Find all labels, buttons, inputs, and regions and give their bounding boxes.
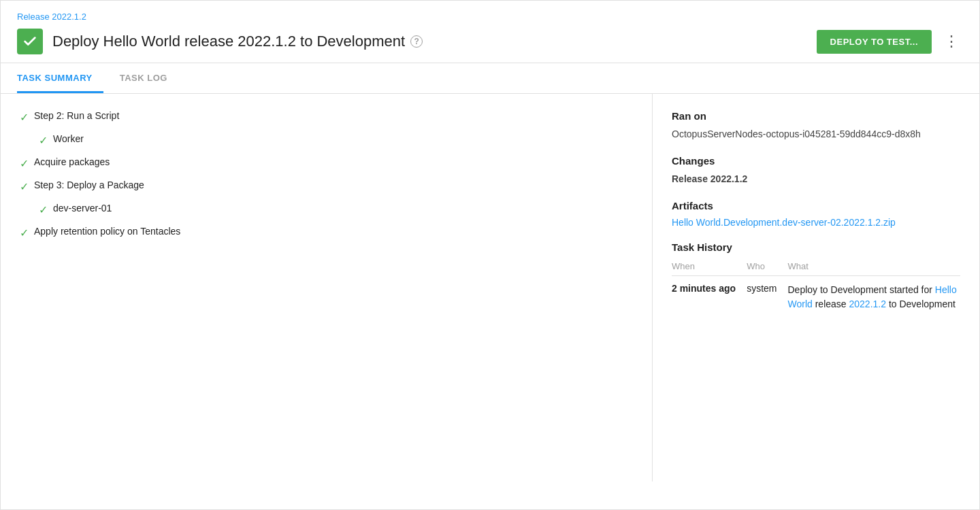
step-list: ✓ Step 2: Run a Script ✓ Worker ✓ Acquir… xyxy=(20,110,633,239)
title-right: DEPLOY TO TEST... ⋮ xyxy=(817,30,963,54)
left-panel: ✓ Step 2: Run a Script ✓ Worker ✓ Acquir… xyxy=(1,94,653,481)
step-label: Worker xyxy=(53,133,84,144)
check-icon: ✓ xyxy=(39,134,48,147)
artifact-link[interactable]: Hello World.Development.dev-server-02.20… xyxy=(672,217,896,228)
list-item: ✓ Apply retention policy on Tentacles xyxy=(20,226,633,239)
history-table-body: 2 minutes ago system Deploy to Developme… xyxy=(672,276,960,312)
step-label: Apply retention policy on Tentacles xyxy=(34,226,180,237)
page-wrapper: Release 2022.1.2 Deploy Hello World rele… xyxy=(0,0,980,510)
history-what: Deploy to Development started for Hello … xyxy=(787,276,960,312)
history-table-head: When Who What xyxy=(672,261,960,276)
deploy-to-test-button[interactable]: DEPLOY TO TEST... xyxy=(817,30,932,54)
tab-task-log[interactable]: TASK LOG xyxy=(120,63,178,93)
list-item: ✓ Worker xyxy=(20,133,633,147)
tabs-bar: TASK SUMMARY TASK LOG xyxy=(1,63,979,94)
changes-label: Changes xyxy=(672,155,960,167)
changes-value: Release 2022.1.2 xyxy=(672,172,960,186)
artifacts-label: Artifacts xyxy=(672,200,960,211)
col-when: When xyxy=(672,261,747,276)
col-who: Who xyxy=(747,261,787,276)
history-when: 2 minutes ago xyxy=(672,276,747,312)
what-suffix: to Development xyxy=(886,299,956,309)
what-link-release[interactable]: 2022.1.2 xyxy=(849,299,887,309)
check-icon: ✓ xyxy=(20,111,29,124)
check-icon: ✓ xyxy=(20,226,29,239)
breadcrumb[interactable]: Release 2022.1.2 xyxy=(17,12,963,22)
step-label: Step 3: Deploy a Package xyxy=(34,180,144,190)
list-item: ✓ Step 3: Deploy a Package xyxy=(20,180,633,193)
more-options-button[interactable]: ⋮ xyxy=(940,30,963,53)
changes-release: Release 2022.1.2 xyxy=(672,173,747,184)
title-left: Deploy Hello World release 2022.1.2 to D… xyxy=(17,29,423,54)
what-middle: release xyxy=(813,299,849,309)
history-table-header-row: When Who What xyxy=(672,261,960,276)
title-row: Deploy Hello World release 2022.1.2 to D… xyxy=(17,29,963,54)
list-item: ✓ dev-server-01 xyxy=(20,203,633,216)
artifacts-section: Artifacts Hello World.Development.dev-se… xyxy=(672,200,960,228)
title-text: Deploy Hello World release 2022.1.2 to D… xyxy=(52,33,405,50)
task-history-section: Task History When Who What 2 minutes ago… xyxy=(672,241,960,311)
list-item: ✓ Step 2: Run a Script xyxy=(20,110,633,124)
check-icon: ✓ xyxy=(20,180,29,193)
page-title: Deploy Hello World release 2022.1.2 to D… xyxy=(52,33,423,50)
page-header: Release 2022.1.2 Deploy Hello World rele… xyxy=(1,1,979,63)
step-label: dev-server-01 xyxy=(53,203,112,214)
check-icon: ✓ xyxy=(20,157,29,170)
history-who: system xyxy=(747,276,787,312)
check-icon xyxy=(22,34,37,49)
help-icon[interactable]: ? xyxy=(410,35,423,48)
status-icon-box xyxy=(17,29,43,54)
col-what: What xyxy=(787,261,960,276)
list-item: ✓ Acquire packages xyxy=(20,156,633,170)
step-label: Step 2: Run a Script xyxy=(34,110,119,121)
history-table: When Who What 2 minutes ago system Deplo… xyxy=(672,261,960,311)
ran-on-value: OctopusServerNodes-octopus-i045281-59dd8… xyxy=(672,127,960,141)
what-prefix: Deploy to Development started for xyxy=(787,284,934,295)
tab-task-summary[interactable]: TASK SUMMARY xyxy=(17,63,103,93)
task-history-label: Task History xyxy=(672,241,960,253)
step-label: Acquire packages xyxy=(34,156,110,167)
artifact-link-wrapper: Hello World.Development.dev-server-02.20… xyxy=(672,217,960,228)
table-row: 2 minutes ago system Deploy to Developme… xyxy=(672,276,960,312)
check-icon: ✓ xyxy=(39,203,48,216)
ran-on-label: Ran on xyxy=(672,110,960,122)
content-area: ✓ Step 2: Run a Script ✓ Worker ✓ Acquir… xyxy=(1,94,979,481)
right-panel: Ran on OctopusServerNodes-octopus-i04528… xyxy=(653,94,979,481)
